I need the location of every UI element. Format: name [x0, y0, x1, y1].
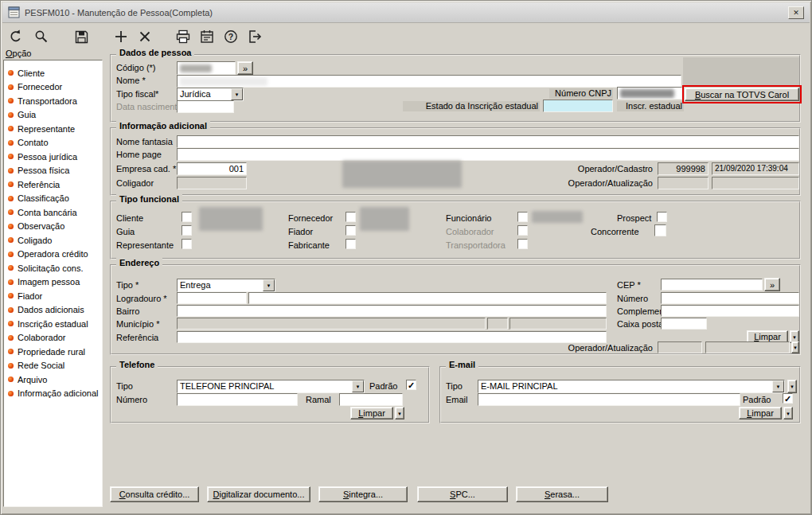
- cadastro-datetime-value: 21/09/2020 17:39:04: [712, 163, 798, 174]
- save-icon[interactable]: [72, 27, 91, 46]
- redacted-value: [620, 89, 674, 98]
- help-icon[interactable]: ?: [221, 27, 240, 46]
- cep-field[interactable]: [661, 279, 763, 291]
- prospect-label: Prospect: [617, 213, 651, 224]
- sidebar-item-observacao[interactable]: Observação: [4, 220, 102, 234]
- sidebar-item-representante[interactable]: Representante: [4, 122, 102, 136]
- sidebar-item-dados-adicionais[interactable]: Dados adicionais: [4, 303, 102, 318]
- cep-lookup-button[interactable]: »: [764, 278, 780, 291]
- guia-checkbox[interactable]: [182, 225, 192, 236]
- chevron-down-icon[interactable]: ▼: [787, 380, 797, 393]
- redacted-value: [199, 207, 263, 231]
- email-field[interactable]: [478, 393, 740, 406]
- search-icon[interactable]: [32, 27, 51, 46]
- representante-checkbox[interactable]: [182, 239, 192, 249]
- button-label: Digitalizar documento...: [213, 490, 305, 499]
- codigo-lookup-button[interactable]: »: [237, 61, 253, 75]
- data-nascimento-field[interactable]: [177, 100, 234, 113]
- exit-icon[interactable]: [245, 27, 264, 46]
- numero-field[interactable]: [661, 292, 799, 304]
- coligador-field[interactable]: [177, 177, 247, 189]
- chevron-down-icon[interactable]: ▼: [772, 380, 784, 392]
- email-tipo-select[interactable]: E-MAIL PRINCIPAL ▼: [478, 380, 785, 393]
- sidebar-item-referencia[interactable]: Referência: [4, 178, 102, 192]
- sidebar-item-classificacao[interactable]: Classificação: [4, 192, 102, 206]
- double-chevron-icon: »: [243, 64, 248, 73]
- close-button[interactable]: ✕: [788, 6, 804, 19]
- prospect-checkbox[interactable]: [657, 212, 667, 222]
- nome-fantasia-field[interactable]: [177, 135, 799, 148]
- digitalizar-documento-button[interactable]: Digitalizar documento...: [207, 486, 310, 502]
- concorrente-checkbox[interactable]: [654, 224, 666, 236]
- logradouro-tipo-field[interactable]: [177, 292, 247, 304]
- sidebar-item-contato[interactable]: Contato: [4, 136, 102, 150]
- chevron-down-icon[interactable]: ▼: [783, 407, 793, 419]
- bullet-icon: [8, 391, 14, 396]
- ramal-field[interactable]: [339, 393, 403, 406]
- endereco-tipo-select[interactable]: Entrega ▼: [177, 279, 275, 292]
- sidebar-item-rede-social[interactable]: Rede Social: [4, 359, 102, 373]
- sidebar-item-coligado[interactable]: Coligado: [4, 233, 102, 248]
- sidebar-item-arquivo[interactable]: Arquivo: [4, 373, 102, 387]
- caixa-postal-field[interactable]: [661, 318, 707, 330]
- sidebar-item-colaborador[interactable]: Colaborador: [4, 331, 102, 345]
- telefone-limpar-button[interactable]: Limpar: [350, 407, 393, 419]
- complemento-field[interactable]: [661, 305, 799, 317]
- estado-inscricao-field[interactable]: [543, 99, 613, 112]
- tipo-fiscal-select[interactable]: Jurídica ▼: [177, 88, 244, 101]
- bullet-icon: [8, 98, 14, 103]
- serasa-button[interactable]: Serasa...: [516, 486, 608, 502]
- sidebar-item-cliente[interactable]: Cliente: [4, 66, 102, 80]
- sidebar-item-inscricao-estadual[interactable]: Inscrição estadual: [4, 317, 102, 331]
- sintegra-button[interactable]: Sintegra...: [318, 486, 408, 502]
- sidebar-item-conta-bancaria[interactable]: Conta bancária: [4, 205, 102, 220]
- caixa-postal-label: Caixa postal: [617, 319, 666, 330]
- sidebar-item-informacao-adicional[interactable]: Informação adicional: [4, 387, 102, 401]
- chevron-down-icon[interactable]: ▼: [263, 279, 275, 291]
- chevron-down-icon[interactable]: ▼: [231, 88, 243, 100]
- sidebar-item-operadora-credito[interactable]: Operadora crédito: [4, 248, 102, 262]
- telefone-numero-field[interactable]: [177, 393, 298, 406]
- fiador-checkbox[interactable]: [345, 225, 356, 236]
- fornecedor-checkbox[interactable]: [345, 212, 356, 222]
- logradouro-field[interactable]: [248, 292, 607, 304]
- bullet-icon: [8, 70, 14, 76]
- home-page-field[interactable]: [177, 148, 799, 161]
- chevron-down-icon[interactable]: ▼: [395, 407, 404, 419]
- colaborador-checkbox[interactable]: [517, 225, 528, 236]
- sidebar-item-guia[interactable]: Guia: [4, 108, 102, 123]
- sidebar-item-solicitacao-cons[interactable]: Solicitação cons.: [4, 261, 102, 275]
- empresa-cad-field[interactable]: 001: [177, 162, 247, 175]
- fabricante-checkbox[interactable]: [345, 239, 356, 249]
- sidebar-item-imagem-pessoa[interactable]: Imagem pessoa: [4, 275, 102, 290]
- bairro-field[interactable]: [177, 305, 607, 317]
- print-icon[interactable]: [174, 27, 193, 46]
- email-limpar-button[interactable]: Limpar: [739, 407, 782, 419]
- cliente-checkbox[interactable]: [182, 212, 192, 222]
- sidebar-item-fornecedor[interactable]: Fornecedor: [4, 80, 102, 95]
- funcionario-checkbox[interactable]: [517, 212, 528, 222]
- codigo-field[interactable]: [177, 61, 236, 75]
- sidebar-item-pessoa-juridica[interactable]: Pessoa jurídica: [4, 150, 102, 164]
- delete-icon[interactable]: [135, 27, 154, 46]
- agenda-icon[interactable]: [197, 27, 217, 46]
- button-label: Limpar: [747, 408, 774, 418]
- add-icon[interactable]: [111, 27, 131, 46]
- referencia-field[interactable]: [177, 331, 607, 343]
- chevron-down-icon[interactable]: ▼: [352, 380, 364, 392]
- sidebar-item-pessoa-fisica[interactable]: Pessoa física: [4, 164, 102, 178]
- consulta-credito-button[interactable]: Consulta crédito...: [110, 486, 199, 502]
- spc-button[interactable]: SPC...: [417, 486, 508, 502]
- numero-cnpj-field[interactable]: [617, 87, 682, 99]
- chevron-down-icon[interactable]: ▼: [791, 341, 799, 353]
- transportadora-checkbox[interactable]: [517, 239, 528, 249]
- sidebar-item-fiador[interactable]: Fiador: [4, 289, 102, 303]
- nome-field[interactable]: [177, 75, 681, 88]
- buscar-totvs-carol-button[interactable]: Buscar na TOTVS Carol: [685, 88, 799, 101]
- telefone-padrao-checkbox[interactable]: ✓: [406, 380, 416, 390]
- email-padrao-checkbox[interactable]: ✓: [783, 393, 793, 404]
- undo-icon[interactable]: [6, 27, 25, 46]
- sidebar-item-propriedade-rural[interactable]: Propriedade rural: [4, 345, 102, 359]
- telefone-tipo-select[interactable]: TELEFONE PRINCIPAL ▼: [177, 380, 365, 393]
- sidebar-item-transportadora[interactable]: Transportadora: [4, 94, 102, 108]
